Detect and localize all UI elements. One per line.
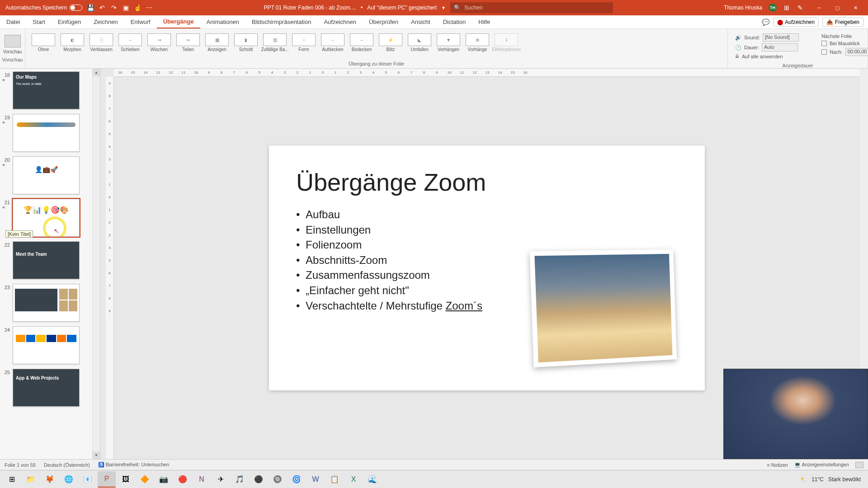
transition-schnitt[interactable]: ▮Schnitt (232, 33, 259, 53)
transitions-gallery[interactable]: Ohne ◐Morphen ░Verblassen →Schieben ⇥Wis… (28, 31, 725, 60)
firefox-icon[interactable]: 🦊 (41, 471, 59, 488)
transition-wischen[interactable]: ⇥Wischen (146, 33, 173, 53)
touch-icon[interactable]: ☝ (134, 4, 141, 11)
onenote-icon[interactable]: N (193, 471, 211, 488)
more-icon[interactable]: ⋯ (146, 4, 153, 11)
menu-ueberpruefen[interactable]: Überprüfen (363, 15, 405, 28)
transition-aufdecken[interactable]: ←Aufdecken (319, 33, 346, 53)
notes-button[interactable]: ≡ Notizen (767, 462, 788, 468)
scroll-down-button[interactable]: ▼ (93, 451, 100, 459)
obs-icon[interactable]: ⚫ (250, 471, 268, 488)
menu-datei[interactable]: Datei (0, 15, 26, 28)
slide-thumb-22[interactable]: Meet the Team (13, 241, 80, 279)
word-icon[interactable]: W (307, 471, 325, 488)
vlc-icon[interactable]: 🔶 (136, 471, 154, 488)
transition-bedecken[interactable]: →Bedecken (348, 33, 375, 53)
on-click-checkbox[interactable] (821, 41, 827, 46)
chevron-down-icon[interactable]: ▼ (441, 5, 446, 10)
display-settings-button[interactable]: 💻 Anzeigeeinstellungen (794, 462, 849, 468)
comments-icon[interactable]: 💬 (762, 19, 769, 26)
transition-morphen[interactable]: ◐Morphen (59, 33, 86, 53)
slide-thumb-25[interactable]: App & Web Projects (13, 369, 80, 407)
menu-start[interactable]: Start (26, 15, 51, 28)
sound-select[interactable]: [No Sound] (763, 33, 799, 42)
menu-dictation[interactable]: Dictation (437, 15, 472, 28)
transition-vorhaenge[interactable]: ⋒Vorhänge (464, 33, 491, 53)
slide-canvas[interactable]: Übergänge Zoom Aufbau Einstellungen Foli… (269, 145, 705, 390)
excel-icon[interactable]: X (344, 471, 363, 488)
start-button[interactable]: ⊞ (3, 471, 21, 488)
user-name[interactable]: Thomas Hruska (724, 5, 762, 11)
transition-verblassen[interactable]: ░Verblassen (88, 33, 115, 53)
autosave-toggle[interactable]: Automatisches Speichern (5, 5, 82, 11)
duration-field[interactable]: Auto (762, 43, 798, 52)
thumbnail-list[interactable]: 18★Our MapsThe world, in stats 19★ 20★👤💼… (0, 69, 92, 459)
language-indicator[interactable]: Deutsch (Österreich) (44, 462, 90, 468)
menu-bildschirmpraesentation[interactable]: Bildschirmpräsentation (245, 15, 318, 28)
close-button[interactable]: ✕ (846, 0, 864, 15)
record-button[interactable]: ⬤ Aufzeichnen (773, 18, 819, 27)
transition-form[interactable]: ○Form (290, 33, 317, 53)
transition-schieben[interactable]: →Schieben (117, 33, 144, 53)
app-icon-6[interactable]: 📋 (326, 471, 344, 488)
apply-all-button[interactable]: ⇊Auf alle anwenden (735, 53, 799, 59)
transition-umfallen[interactable]: ◣Umfallen (406, 33, 433, 53)
undo-icon[interactable]: ↶ (99, 4, 106, 11)
app-icon[interactable]: ⊞ (783, 4, 790, 11)
edge-icon[interactable]: 🌊 (363, 471, 382, 488)
redo-icon[interactable]: ↷ (110, 4, 118, 11)
explorer-icon[interactable]: 📁 (22, 471, 40, 488)
record-icon[interactable]: 🔘 (269, 471, 287, 488)
slide-title[interactable]: Übergänge Zoom (296, 168, 678, 196)
save-status[interactable]: Auf "diesem PC" gespeichert (367, 5, 437, 11)
slide-image[interactable] (530, 249, 677, 367)
chrome-icon[interactable]: 🌐 (60, 471, 78, 488)
app-icon-3[interactable]: 🔴 (174, 471, 192, 488)
app-icon-5[interactable]: 🌀 (288, 471, 306, 488)
slide-thumb-18[interactable]: Our MapsThe world, in stats (13, 71, 80, 109)
minimize-button[interactable]: ─ (810, 0, 828, 15)
menu-aufzeichnen[interactable]: Aufzeichnen (317, 15, 363, 28)
menu-zeichnen[interactable]: Zeichnen (87, 15, 124, 28)
preview-button[interactable] (5, 35, 21, 47)
transition-teilen[interactable]: ⇔Teilen (175, 33, 202, 53)
effect-options[interactable]: ⬇Effektoptionen (493, 33, 520, 53)
user-avatar[interactable]: TH (769, 4, 777, 12)
slide-thumb-20[interactable]: 👤💼🚀 (13, 156, 80, 194)
app-icon-2[interactable]: 📷 (155, 471, 173, 488)
menu-hilfe[interactable]: Hilfe (472, 15, 496, 28)
menu-uebergaenge[interactable]: Übergänge (157, 15, 200, 28)
transition-blitz[interactable]: ⚡Blitz (377, 33, 404, 53)
slide-thumb-23[interactable] (13, 284, 80, 322)
slide-thumb-24[interactable] (13, 326, 80, 364)
menu-entwurf[interactable]: Entwurf (124, 15, 157, 28)
menu-einfuegen[interactable]: Einfügen (52, 15, 87, 28)
after-checkbox[interactable] (821, 49, 827, 55)
toggle-switch[interactable] (70, 5, 82, 11)
save-icon[interactable]: 💾 (87, 4, 94, 11)
pen-icon[interactable]: ✎ (797, 4, 804, 11)
search-box[interactable]: 🔍 (450, 2, 613, 13)
after-time-field[interactable]: 00:00,00 (845, 48, 868, 56)
slide-thumb-19[interactable] (13, 114, 80, 152)
transition-verhaengen[interactable]: ▼Verhängen (435, 33, 462, 53)
transition-ohne[interactable]: Ohne (30, 33, 57, 53)
transition-zufaellige[interactable]: ▥Zufällige Ba... (261, 33, 288, 53)
normal-view-button[interactable] (855, 462, 863, 468)
telegram-icon[interactable]: ✈ (212, 471, 230, 488)
menu-animationen[interactable]: Animationen (200, 15, 245, 28)
menu-ansicht[interactable]: Ansicht (405, 15, 437, 28)
thumbnail-scrollbar[interactable]: ▲ ▼ (92, 69, 100, 459)
accessibility-status[interactable]: ♿ Barrierefreiheit: Untersuchen (98, 462, 170, 468)
app-icon-4[interactable]: 🎵 (231, 471, 249, 488)
slideshow-icon[interactable]: ▣ (122, 4, 129, 11)
scroll-up-button[interactable]: ▲ (93, 69, 100, 76)
slide-counter[interactable]: Folie 1 von 55 (5, 462, 36, 468)
share-button[interactable]: 📤 Freigeben (822, 18, 863, 27)
system-tray[interactable]: ⛅ 11°C Stark bewölkt (800, 476, 865, 483)
search-input[interactable] (464, 5, 609, 11)
maximize-button[interactable]: ▢ (828, 0, 846, 15)
outlook-icon[interactable]: 📧 (79, 471, 97, 488)
app-icon-1[interactable]: 🖼 (117, 471, 135, 488)
powerpoint-icon[interactable]: P (98, 471, 116, 488)
